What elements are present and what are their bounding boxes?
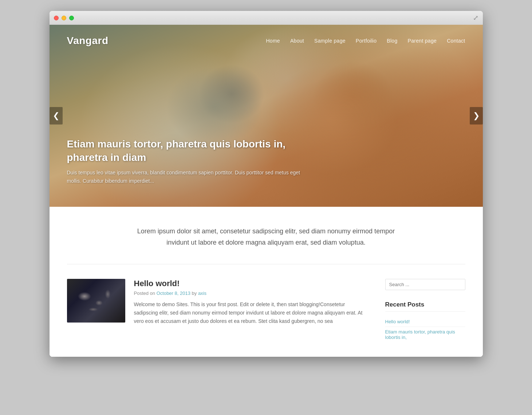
nav-link-portfolio[interactable]: Portfoilio <box>356 38 377 44</box>
posts-area: Hello world! Posted on October 8, 2013 b… <box>67 279 371 342</box>
post-item: Hello world! Posted on October 8, 2013 b… <box>67 279 371 325</box>
nav-item-parent[interactable]: Parent page <box>408 37 437 44</box>
recent-post-item: Etiam mauris tortor, pharetra quis lobor… <box>385 327 465 342</box>
recent-post-link-1[interactable]: Hello world! <box>385 319 410 324</box>
recent-posts-title: Recent Posts <box>385 301 465 312</box>
main-nav: Home About Sample page Portfoilio Blog P… <box>266 37 465 44</box>
hero-caption: Etiam mauris tortor, pharetra quis lobor… <box>67 138 315 185</box>
slider-prev-button[interactable]: ❮ <box>50 107 63 125</box>
nav-link-blog[interactable]: Blog <box>387 38 397 44</box>
browser-window: ⤢ Vangard Home About Sample page Portfoi… <box>50 11 483 357</box>
nav-link-home[interactable]: Home <box>266 38 280 44</box>
by-label: by <box>192 290 197 296</box>
nav-link-about[interactable]: About <box>290 38 304 44</box>
nav-item-about[interactable]: About <box>290 37 304 44</box>
nav-item-sample[interactable]: Sample page <box>314 37 346 44</box>
recent-post-item: Hello world! <box>385 317 465 327</box>
nav-link-parent[interactable]: Parent page <box>408 38 437 44</box>
site-title: Vangard <box>67 35 109 47</box>
minimize-button[interactable] <box>62 16 66 20</box>
sidebar: Recent Posts Hello world! Etiam mauris t… <box>385 279 465 342</box>
recent-post-link-2[interactable]: Etiam mauris tortor, pharetra quis lobor… <box>385 329 455 340</box>
post-excerpt: Welcome to demo Sites. This is your firs… <box>134 300 371 325</box>
site-content: Vangard Home About Sample page Portfoili… <box>50 25 483 357</box>
close-button[interactable] <box>54 16 59 20</box>
post-date-link[interactable]: October 8, 2013 <box>157 290 190 296</box>
nav-item-contact[interactable]: Contact <box>447 37 465 44</box>
post-meta: Posted on October 8, 2013 by axis <box>134 290 371 296</box>
nav-item-portfolio[interactable]: Portfoilio <box>356 37 377 44</box>
post-thumbnail <box>67 279 125 323</box>
hero-section: Vangard Home About Sample page Portfoili… <box>50 25 483 207</box>
nav-item-home[interactable]: Home <box>266 37 280 44</box>
nav-list: Home About Sample page Portfoilio Blog P… <box>266 37 465 44</box>
site-header: Vangard Home About Sample page Portfoili… <box>50 25 483 47</box>
posted-label: Posted on <box>134 290 155 296</box>
titlebar: ⤢ <box>50 11 483 25</box>
nav-item-blog[interactable]: Blog <box>387 37 397 44</box>
post-content: Hello world! Posted on October 8, 2013 b… <box>134 279 371 325</box>
slider-next-button[interactable]: ❯ <box>470 107 483 125</box>
recent-posts-list: Hello world! Etiam mauris tortor, pharet… <box>385 317 465 342</box>
hero-caption-title: Etiam mauris tortor, pharetra quis lobor… <box>67 138 315 164</box>
hero-caption-text: Duis tempus leo vitae ipsum viverra, bla… <box>67 169 315 185</box>
search-input[interactable] <box>385 279 465 290</box>
maximize-button[interactable] <box>69 16 74 20</box>
post-author-link[interactable]: axis <box>198 290 206 296</box>
intro-text: Lorem ipsum dolor sit amet, consetetur s… <box>128 226 405 248</box>
nav-link-contact[interactable]: Contact <box>447 38 465 44</box>
main-content: Hello world! Posted on October 8, 2013 b… <box>50 264 483 357</box>
intro-section: Lorem ipsum dolor sit amet, consetetur s… <box>50 207 483 264</box>
post-title[interactable]: Hello world! <box>134 279 371 288</box>
expand-icon[interactable]: ⤢ <box>473 14 478 22</box>
nav-link-sample[interactable]: Sample page <box>314 38 346 44</box>
